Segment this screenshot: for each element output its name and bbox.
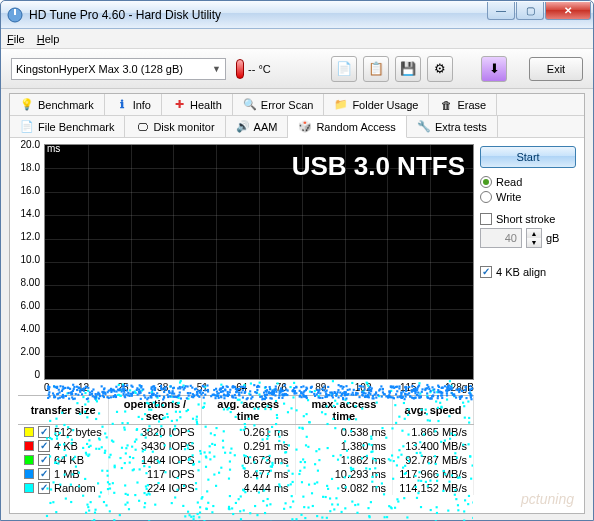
tab-folderusage[interactable]: 📁Folder Usage: [324, 94, 429, 115]
refresh-button[interactable]: ⬇: [481, 56, 507, 82]
svg-rect-1475: [414, 392, 416, 394]
minimize-button[interactable]: —: [487, 2, 515, 20]
svg-rect-1513: [153, 388, 155, 390]
svg-rect-709: [463, 405, 465, 407]
maximize-button[interactable]: ▢: [516, 2, 544, 20]
tab-info[interactable]: ℹInfo: [105, 94, 162, 115]
options-button[interactable]: ⚙: [427, 56, 453, 82]
svg-rect-335: [199, 506, 201, 508]
svg-rect-227: [164, 444, 166, 446]
checkbox-short-stroke[interactable]: [480, 213, 492, 225]
tab-filebench[interactable]: 📄File Benchmark: [10, 116, 125, 137]
menu-file[interactable]: File: [7, 33, 25, 45]
svg-rect-689: [162, 417, 164, 419]
titlebar[interactable]: HD Tune Pro 4.60 - Hard Disk Utility — ▢…: [1, 1, 593, 29]
svg-rect-331: [101, 426, 103, 428]
svg-rect-1308: [457, 389, 459, 391]
svg-rect-370: [266, 504, 268, 506]
svg-rect-658: [142, 460, 144, 462]
svg-rect-114: [307, 506, 309, 508]
svg-rect-1318: [222, 386, 224, 388]
svg-rect-1135: [274, 389, 276, 391]
exit-button[interactable]: Exit: [529, 57, 583, 81]
svg-rect-1530: [256, 389, 258, 391]
svg-rect-1523: [311, 391, 313, 393]
svg-rect-1198: [345, 385, 347, 387]
svg-rect-212: [148, 466, 150, 468]
svg-rect-14: [144, 449, 146, 451]
svg-rect-498: [52, 501, 54, 503]
chart-column: 20.0 18.0 16.0 14.0 12.0 10.0 8.00 6.00 …: [18, 144, 474, 509]
chevron-down-icon: ▼: [212, 64, 221, 74]
svg-rect-675: [144, 413, 146, 415]
svg-rect-419: [88, 509, 90, 511]
svg-rect-103: [74, 456, 76, 458]
svg-rect-996: [413, 388, 415, 390]
svg-rect-835: [435, 400, 437, 402]
svg-rect-1266: [86, 398, 88, 400]
svg-rect-1485: [268, 391, 270, 393]
svg-rect-172: [177, 477, 179, 479]
radio-read[interactable]: [480, 176, 492, 188]
svg-rect-1003: [89, 391, 91, 393]
svg-rect-532: [211, 511, 213, 513]
svg-rect-1559: [323, 389, 325, 391]
svg-rect-1504: [178, 394, 180, 396]
menu-help[interactable]: Help: [37, 33, 60, 45]
svg-rect-863: [337, 487, 339, 489]
svg-rect-1424: [197, 395, 199, 397]
svg-rect-955: [61, 390, 63, 392]
svg-rect-794: [302, 496, 304, 498]
radio-write[interactable]: [480, 191, 492, 203]
svg-rect-790: [396, 498, 398, 500]
spinner-arrows[interactable]: ▲▼: [526, 228, 542, 248]
svg-rect-437: [304, 461, 306, 463]
svg-rect-1432: [367, 396, 369, 398]
svg-rect-20: [259, 382, 261, 384]
tab-aam[interactable]: 🔊AAM: [226, 116, 289, 137]
tab-extra[interactable]: 🔧Extra tests: [407, 116, 498, 137]
svg-rect-823: [324, 413, 326, 415]
copy-info-button[interactable]: 📄: [331, 56, 357, 82]
save-button[interactable]: 💾: [395, 56, 421, 82]
tab-errorscan[interactable]: 🔍Error Scan: [233, 94, 325, 115]
svg-rect-1082: [87, 387, 89, 389]
svg-rect-1352: [52, 392, 54, 394]
svg-rect-1524: [179, 391, 181, 393]
svg-rect-492: [290, 483, 292, 485]
svg-rect-564: [196, 421, 198, 423]
checkbox-4kb-align[interactable]: [480, 266, 492, 278]
svg-rect-575: [254, 408, 256, 410]
device-select[interactable]: KingstonHyperX Max 3.0 (128 gB) ▼: [11, 58, 226, 80]
tab-benchmark[interactable]: 💡Benchmark: [10, 94, 105, 115]
svg-rect-589: [245, 455, 247, 457]
short-stroke-value[interactable]: [480, 228, 522, 248]
svg-rect-143: [271, 426, 273, 428]
tab-health[interactable]: ✚Health: [162, 94, 233, 115]
svg-rect-1119: [263, 392, 265, 394]
svg-rect-533: [374, 467, 376, 469]
svg-rect-774: [388, 505, 390, 507]
svg-rect-647: [63, 443, 65, 445]
tab-random-access[interactable]: 🎲Random Access: [288, 116, 406, 138]
svg-rect-759: [402, 445, 404, 447]
svg-rect-508: [228, 407, 230, 409]
svg-rect-1373: [115, 390, 117, 392]
svg-rect-375: [337, 459, 339, 461]
svg-rect-524: [419, 452, 421, 454]
svg-rect-481: [355, 418, 357, 420]
svg-rect-727: [239, 510, 241, 512]
svg-rect-1039: [56, 393, 58, 395]
svg-rect-1469: [326, 396, 328, 398]
screenshot-button[interactable]: 📋: [363, 56, 389, 82]
svg-rect-158: [196, 416, 198, 418]
start-button[interactable]: Start: [480, 146, 576, 168]
close-button[interactable]: ✕: [545, 2, 591, 20]
tab-erase[interactable]: 🗑Erase: [429, 94, 497, 115]
svg-rect-136: [234, 454, 236, 456]
svg-rect-1215: [471, 388, 473, 390]
svg-rect-730: [306, 436, 308, 438]
svg-rect-382: [258, 491, 260, 493]
tab-diskmon[interactable]: 🖵Disk monitor: [125, 116, 225, 137]
svg-rect-80: [253, 461, 255, 463]
